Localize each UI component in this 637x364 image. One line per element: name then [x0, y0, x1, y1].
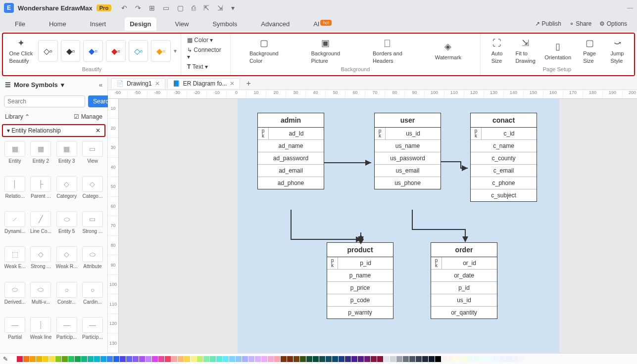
- color-swatch[interactable]: [294, 356, 299, 362]
- color-swatch[interactable]: [499, 356, 505, 362]
- color-swatch[interactable]: [435, 356, 441, 362]
- color-swatch[interactable]: [396, 356, 402, 362]
- color-swatch[interactable]: [100, 356, 106, 362]
- color-swatch[interactable]: [512, 356, 518, 362]
- color-swatch[interactable]: [409, 356, 415, 362]
- color-swatch[interactable]: [377, 356, 383, 362]
- entity-order[interactable]: orderpkor_idor_datep_idus_idor_qantity: [431, 242, 497, 319]
- open-icon[interactable]: ▭: [163, 4, 169, 12]
- share-button[interactable]: ⚬ Share: [569, 20, 591, 27]
- shape-item[interactable]: ○Cardin...: [81, 282, 104, 315]
- color-swatch[interactable]: [68, 356, 74, 362]
- color-swatch[interactable]: [242, 356, 248, 362]
- one-click-beautify-button[interactable]: ✦One Click Beautify: [7, 36, 35, 66]
- color-swatch[interactable]: [358, 356, 364, 362]
- color-swatch[interactable]: [332, 356, 338, 362]
- color-swatch[interactable]: [81, 356, 87, 362]
- color-swatch[interactable]: [384, 356, 390, 362]
- undo-icon[interactable]: ↶: [121, 4, 127, 12]
- color-swatch[interactable]: [351, 356, 357, 362]
- color-swatch[interactable]: [75, 356, 81, 362]
- color-dropdown[interactable]: ▦ Color ▾: [185, 36, 226, 45]
- color-swatch[interactable]: [268, 356, 274, 362]
- background-color-button[interactable]: ▢Background Color: [245, 36, 283, 66]
- style-thumb-3[interactable]: ◆▫: [83, 40, 103, 62]
- library-label[interactable]: Library ⌃: [5, 113, 30, 120]
- menu-insert[interactable]: Insert: [85, 17, 111, 31]
- style-thumb-1[interactable]: ◇▫: [38, 40, 58, 62]
- color-swatch[interactable]: [184, 356, 190, 362]
- color-swatch[interactable]: [461, 356, 467, 362]
- manage-button[interactable]: ☑ Manage: [74, 113, 102, 120]
- collapse-sidebar-icon[interactable]: «: [99, 81, 102, 89]
- color-swatch[interactable]: [506, 356, 512, 362]
- color-swatch[interactable]: [319, 356, 325, 362]
- color-swatch[interactable]: [519, 356, 525, 362]
- color-swatch[interactable]: [94, 356, 100, 362]
- eyedropper-icon[interactable]: ✎: [3, 356, 8, 363]
- menu-home[interactable]: Home: [44, 17, 71, 31]
- text-dropdown[interactable]: T Text ▾: [185, 62, 226, 71]
- shape-item[interactable]: ⬚Weak E...: [3, 246, 27, 279]
- color-swatch[interactable]: [30, 356, 36, 362]
- add-tab-button[interactable]: +: [242, 79, 254, 88]
- color-swatch[interactable]: [146, 356, 151, 362]
- style-more-icon[interactable]: ▾: [174, 47, 177, 54]
- more-symbols-label[interactable]: More Symbols: [14, 81, 58, 89]
- color-swatch[interactable]: [287, 356, 293, 362]
- color-swatch[interactable]: [274, 356, 280, 362]
- connector-dropdown[interactable]: ↳ Connector ▾: [185, 46, 226, 61]
- color-swatch[interactable]: [126, 356, 132, 362]
- menu-file[interactable]: File: [10, 17, 30, 31]
- color-swatch[interactable]: [23, 356, 29, 362]
- publish-button[interactable]: ↗ Publish: [535, 20, 561, 27]
- jump-style-button[interactable]: ⤻Jump Style: [605, 36, 630, 66]
- style-thumb-5[interactable]: ◇▫: [129, 40, 148, 62]
- menu-ai[interactable]: AIhot: [308, 17, 337, 31]
- color-swatch[interactable]: [416, 356, 422, 362]
- shape-item[interactable]: ⬭Entity 5: [55, 211, 79, 244]
- shape-item[interactable]: ╱Line Co...: [29, 211, 52, 244]
- color-swatch[interactable]: [113, 356, 119, 362]
- menu-design[interactable]: Design: [125, 17, 156, 31]
- entity-admin[interactable]: adminpkad_Idad_namead_passwordad_emailad…: [257, 113, 324, 189]
- shape-item[interactable]: ┊Weak line: [29, 317, 52, 350]
- shape-item[interactable]: ⟋Dynami...: [3, 211, 27, 244]
- color-swatch[interactable]: [300, 356, 306, 362]
- color-swatch[interactable]: [313, 356, 319, 362]
- color-swatch[interactable]: [306, 356, 312, 362]
- color-swatch[interactable]: [261, 356, 267, 362]
- color-swatch[interactable]: [139, 356, 145, 362]
- color-swatch[interactable]: [62, 356, 68, 362]
- color-swatch[interactable]: [236, 356, 242, 362]
- entity-conact[interactable]: conactpkc_idc_namec_countyc_emailc_phone…: [470, 113, 537, 202]
- print-icon[interactable]: ⎙: [192, 4, 196, 12]
- entity-product[interactable]: productpkp_idp_namep_pricep_codep_warnty: [327, 242, 393, 319]
- watermark-button[interactable]: ◈Watermark: [431, 39, 465, 63]
- redo-icon[interactable]: ↷: [135, 4, 141, 12]
- color-swatch[interactable]: [345, 356, 351, 362]
- shape-item[interactable]: ⬭Derived...: [3, 282, 27, 315]
- color-swatch[interactable]: [120, 356, 126, 362]
- shape-item[interactable]: ▭Strong ...: [81, 211, 104, 244]
- color-swatch[interactable]: [229, 356, 235, 362]
- color-swatch[interactable]: [255, 356, 261, 362]
- color-swatch[interactable]: [152, 356, 158, 362]
- menu-advanced[interactable]: Advanced: [256, 17, 294, 31]
- color-swatch[interactable]: [133, 356, 139, 362]
- shape-item[interactable]: ⬭Attribute: [81, 246, 104, 279]
- color-swatch[interactable]: [178, 356, 184, 362]
- color-swatch[interactable]: [223, 356, 229, 362]
- hamburger-icon[interactable]: ☰: [5, 81, 11, 89]
- canvas[interactable]: adminpkad_Idad_namead_passwordad_emailad…: [119, 99, 637, 353]
- shape-item[interactable]: ○Constr...: [55, 282, 79, 315]
- export-icon[interactable]: ⇱: [203, 4, 209, 12]
- shape-item[interactable]: ▭View: [81, 141, 104, 174]
- borders-headers-button[interactable]: ⎕Borders and Headers: [369, 36, 406, 66]
- shape-item[interactable]: ⬭Multi-v...: [29, 282, 52, 315]
- color-swatch[interactable]: [165, 356, 171, 362]
- color-swatch[interactable]: [429, 356, 435, 362]
- color-swatch[interactable]: [403, 356, 409, 362]
- fit-to-drawing-button[interactable]: ⇲Fit to Drawing: [512, 36, 539, 66]
- color-swatch[interactable]: [371, 356, 377, 362]
